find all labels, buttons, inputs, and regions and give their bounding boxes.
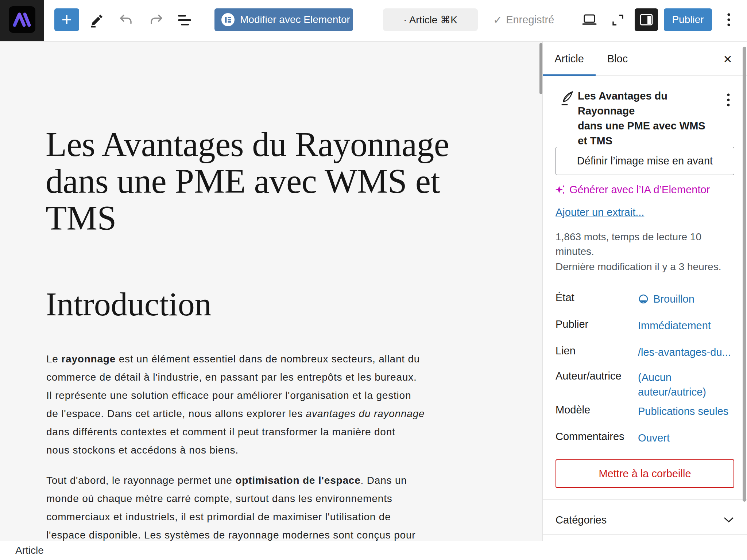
site-logo-button[interactable] (0, 0, 44, 41)
meta-label: État (556, 292, 574, 304)
tab-bloc[interactable]: Bloc (596, 42, 639, 76)
wordpress-editor: Modifier avec Elementor · Article ⌘K ✓ E… (0, 0, 747, 560)
text-line: Tout d'abord, le rayonnage permet une op… (46, 471, 419, 490)
settings-sidebar-toggle[interactable] (635, 8, 658, 31)
quill-icon (560, 90, 575, 106)
text-run: . Dans un (361, 475, 407, 486)
text-line: commerce de détail à l'industrie, en pas… (46, 368, 425, 386)
text-run: dans une PME avec WMS et (46, 162, 440, 201)
meta-label: Publier (556, 318, 588, 330)
site-logo (9, 6, 35, 33)
fullscreen-button[interactable] (611, 13, 625, 27)
close-icon: ✕ (723, 53, 732, 66)
publish-label: Publier (672, 14, 704, 26)
text-line: commerciaux et industriels, il est primo… (46, 508, 419, 526)
site-logo-glyph (9, 6, 35, 33)
text-run: est un élément essentiel dans de nombreu… (116, 353, 420, 365)
sidebar-scrollbar-thumb[interactable] (743, 47, 746, 502)
text-run: TMS (46, 199, 116, 237)
text-run: optimisation de l'espace (235, 475, 360, 486)
text-line: TMS (46, 200, 449, 237)
status-value-button[interactable]: Brouillon (638, 292, 694, 306)
check-icon: ✓ (493, 13, 502, 26)
text-line: Il représente une solution efficace pour… (46, 386, 425, 405)
text-run: commerce de détail à l'industrie, en pas… (46, 372, 417, 383)
move-to-trash-button[interactable]: Mettre à la corbeille (556, 459, 734, 488)
text-line: de l'espace. Dans cet article, nous allo… (46, 405, 425, 423)
divider (543, 499, 747, 500)
text-line: dans différents contextes et comment il … (46, 423, 425, 441)
tab-article-label: Article (554, 53, 584, 65)
chevron-down-icon (723, 517, 734, 523)
text-run: rayonnage (61, 353, 116, 365)
publish-date-button[interactable]: Immédiatement (638, 318, 711, 333)
preview-button[interactable] (582, 12, 597, 27)
text-line: Les Avantages du Rayonnage (46, 126, 449, 163)
word-count-text: 1,863 mots, temps de lecture 10 minutes. (556, 230, 701, 259)
command-center-label: · Article ⌘K (403, 14, 457, 26)
template-button[interactable]: Publications seules (638, 404, 728, 419)
redo-icon (150, 13, 163, 27)
permalink-button[interactable]: /les-avantages-du... (638, 345, 731, 359)
text-run: de l'espace. Dans cet article, nous allo… (46, 408, 306, 419)
text-run: monde où chaque mètre carré compte, surt… (46, 493, 392, 504)
options-menu-button[interactable] (723, 12, 735, 28)
footer-breadcrumb-bar: Article (0, 541, 747, 560)
sidebar-tabs: Article Bloc ✕ (543, 42, 747, 76)
ai-link-label: Générer avec l’IA d’Elementor (569, 184, 710, 196)
text-run: nous stockons et accédons à nos biens. (46, 444, 239, 456)
paragraph-block[interactable]: Tout d'abord, le rayonnage permet une op… (46, 471, 419, 541)
expand-icon (611, 13, 625, 27)
text-run: dans différents contextes et comment il … (46, 426, 395, 438)
edit-with-elementor-button[interactable]: Modifier avec Elementor (214, 8, 353, 31)
section-heading[interactable]: Introduction (46, 287, 212, 322)
sidebar-panel-icon (639, 13, 653, 26)
post-actions-menu[interactable] (725, 92, 732, 109)
meta-label: Modèle (556, 404, 590, 416)
paragraph-block[interactable]: Le rayonnage est un élément essentiel da… (46, 350, 425, 459)
set-featured-image-button[interactable]: Définir l’image mise en avant (556, 147, 734, 175)
add-block-button[interactable] (54, 8, 79, 31)
author-select-button[interactable]: (Aucun auteur/autrice) (638, 370, 706, 399)
text-line: Le rayonnage est un élément essentiel da… (46, 350, 425, 368)
divider (543, 534, 747, 535)
undo-button[interactable] (119, 13, 133, 27)
kebab-icon (723, 12, 735, 28)
close-sidebar-button[interactable]: ✕ (720, 52, 735, 66)
categories-panel-toggle[interactable]: Catégories (556, 509, 734, 531)
text-run: Le (46, 353, 61, 365)
publish-button[interactable]: Publier (664, 8, 712, 31)
categories-label: Catégories (556, 514, 607, 526)
add-excerpt-link[interactable]: Ajouter un extrait... (556, 206, 644, 218)
text-run: Tout d'abord, le rayonnage permet une (46, 475, 235, 486)
document-overview-button[interactable] (177, 13, 192, 27)
editor-canvas[interactable]: Les Avantages du Rayonnagedans une PME a… (0, 42, 540, 541)
saved-status[interactable]: ✓ Enregistré (493, 8, 554, 31)
breadcrumb[interactable]: Article (15, 545, 44, 556)
meta-label: Commentaires (556, 431, 624, 443)
status-value-label: Brouillon (653, 292, 694, 306)
tools-button[interactable] (89, 13, 104, 28)
redo-button[interactable] (150, 13, 163, 27)
undo-icon (119, 13, 133, 27)
text-line: dans une PME avec WMS et (46, 163, 449, 200)
text-line: monde où chaque mètre carré compte, surt… (46, 490, 419, 508)
command-center-search[interactable]: · Article ⌘K (383, 8, 478, 31)
laptop-icon (582, 12, 597, 27)
meta-label: Lien (556, 345, 576, 357)
list-view-icon (177, 13, 192, 27)
post-icon (560, 90, 575, 106)
settings-sidebar: Article Bloc ✕ Les Avantages du Rayonnag… (542, 42, 747, 541)
pencil-icon (89, 13, 104, 28)
draft-status-icon (638, 293, 649, 304)
comments-button[interactable]: Ouvert (638, 431, 670, 445)
text-run: commerciaux et industriels, il est primo… (46, 511, 391, 522)
text-run: Les Avantages du Rayonnage (46, 125, 449, 164)
tab-article[interactable]: Article (543, 42, 596, 76)
content-scrollbar-thumb[interactable] (539, 43, 542, 94)
text-run: l'espace disponible. Les systèmes de ray… (46, 529, 415, 541)
kebab-icon (725, 92, 732, 109)
generate-with-ai-link[interactable]: Générer avec l’IA d’Elementor (555, 184, 710, 196)
text-run: Il représente une solution efficace pour… (46, 390, 411, 401)
post-title[interactable]: Les Avantages du Rayonnagedans une PME a… (46, 126, 449, 237)
